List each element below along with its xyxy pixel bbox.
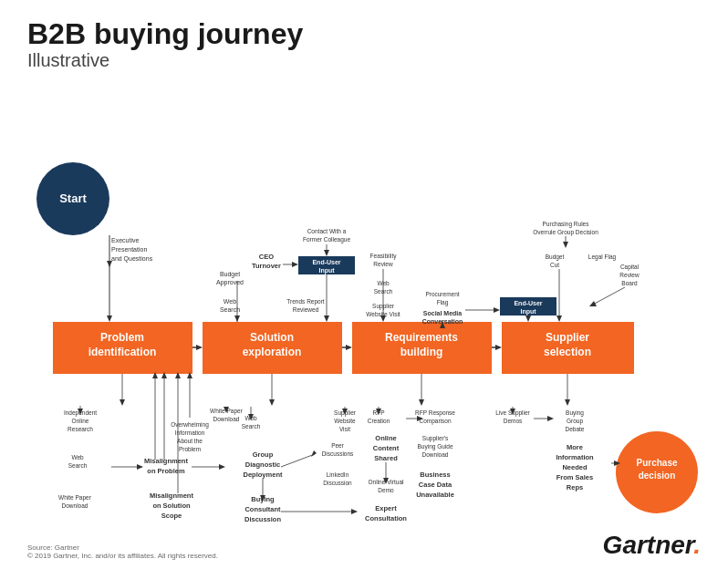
svg-text:Start: Start bbox=[59, 191, 87, 205]
svg-text:Cut: Cut bbox=[550, 262, 559, 268]
svg-text:Former Colleague: Former Colleague bbox=[303, 236, 350, 243]
svg-text:Expert: Expert bbox=[375, 504, 397, 512]
svg-text:building: building bbox=[400, 346, 443, 358]
svg-text:Supplier: Supplier bbox=[372, 303, 395, 310]
svg-text:Consultant: Consultant bbox=[244, 505, 281, 513]
svg-text:Search: Search bbox=[220, 306, 240, 313]
svg-text:Web: Web bbox=[224, 298, 236, 305]
svg-text:Purchasing Rules: Purchasing Rules bbox=[543, 221, 590, 228]
svg-marker-119 bbox=[219, 464, 225, 470]
svg-text:Demos: Demos bbox=[504, 418, 523, 424]
svg-text:Legal Flag: Legal Flag bbox=[588, 253, 617, 261]
svg-text:and Questions: and Questions bbox=[111, 255, 153, 263]
svg-text:Creation: Creation bbox=[368, 418, 390, 424]
svg-text:Review: Review bbox=[619, 272, 640, 278]
svg-text:Overrule Group Decision: Overrule Group Decision bbox=[533, 229, 598, 236]
svg-text:exploration: exploration bbox=[243, 346, 302, 358]
svg-marker-89 bbox=[269, 399, 275, 406]
svg-text:Buying Guide: Buying Guide bbox=[417, 443, 452, 450]
svg-text:Shared: Shared bbox=[374, 454, 398, 462]
svg-marker-31 bbox=[234, 316, 240, 322]
svg-marker-93 bbox=[565, 399, 570, 406]
svg-text:Group: Group bbox=[567, 418, 583, 425]
svg-text:identification: identification bbox=[88, 346, 157, 358]
svg-text:Search: Search bbox=[374, 288, 393, 295]
svg-text:Needed: Needed bbox=[562, 463, 588, 471]
svg-text:End-User: End-User bbox=[312, 259, 340, 265]
svg-marker-85 bbox=[589, 301, 597, 306]
svg-text:Input: Input bbox=[318, 267, 335, 274]
svg-text:Comparison: Comparison bbox=[419, 418, 451, 425]
svg-text:Information: Information bbox=[175, 429, 205, 436]
svg-marker-29 bbox=[495, 345, 502, 350]
svg-marker-50 bbox=[324, 316, 329, 322]
svg-text:Trends Report: Trends Report bbox=[286, 298, 324, 305]
svg-text:Unavailable: Unavailable bbox=[416, 491, 454, 499]
svg-text:Problem: Problem bbox=[179, 446, 201, 452]
svg-text:Diagnostic: Diagnostic bbox=[245, 460, 280, 469]
svg-text:Review: Review bbox=[373, 261, 393, 267]
svg-text:Supplier's: Supplier's bbox=[422, 435, 449, 442]
svg-text:Website: Website bbox=[334, 418, 356, 424]
svg-text:Research: Research bbox=[68, 426, 93, 432]
svg-text:Peer: Peer bbox=[331, 442, 345, 449]
header-subtitle: Illustrative bbox=[27, 50, 701, 71]
svg-text:End-User: End-User bbox=[514, 300, 542, 306]
svg-marker-91 bbox=[419, 399, 424, 406]
svg-marker-25 bbox=[196, 345, 203, 350]
svg-marker-27 bbox=[346, 345, 352, 350]
svg-text:Budget: Budget bbox=[220, 271, 240, 278]
svg-text:Download: Download bbox=[213, 416, 240, 422]
svg-text:Download: Download bbox=[422, 451, 449, 458]
svg-text:Feasibility: Feasibility bbox=[370, 253, 398, 260]
svg-text:decision: decision bbox=[639, 471, 676, 481]
svg-text:Procurement: Procurement bbox=[425, 291, 459, 297]
gartner-logo: Gartner. bbox=[603, 531, 701, 560]
svg-text:Social Media: Social Media bbox=[423, 310, 463, 316]
header-title: B2B buying journey bbox=[27, 18, 701, 50]
svg-text:on Problem: on Problem bbox=[147, 467, 185, 475]
svg-marker-71 bbox=[494, 307, 500, 313]
svg-text:LinkedIn: LinkedIn bbox=[327, 471, 349, 478]
page: B2B buying journey Illustrative Start Pr… bbox=[0, 0, 728, 569]
svg-text:Scope: Scope bbox=[161, 512, 182, 520]
svg-text:Supplier: Supplier bbox=[546, 331, 589, 344]
svg-marker-39 bbox=[292, 262, 298, 267]
svg-text:Requirements: Requirements bbox=[385, 331, 458, 344]
svg-text:Web: Web bbox=[377, 280, 390, 286]
svg-text:Consultation: Consultation bbox=[365, 514, 407, 522]
svg-text:Reps: Reps bbox=[567, 483, 583, 491]
svg-marker-87 bbox=[120, 399, 125, 406]
svg-text:Business: Business bbox=[420, 471, 450, 479]
svg-text:Board: Board bbox=[621, 280, 638, 286]
svg-text:Overwhelming: Overwhelming bbox=[171, 421, 209, 429]
svg-text:Online: Online bbox=[72, 418, 89, 424]
svg-text:Problem: Problem bbox=[100, 331, 144, 344]
svg-text:Input: Input bbox=[520, 308, 536, 316]
svg-text:Reviewed: Reviewed bbox=[293, 306, 319, 313]
svg-text:Executive: Executive bbox=[111, 237, 139, 243]
svg-text:Misalignment: Misalignment bbox=[150, 491, 193, 500]
svg-line-136 bbox=[281, 454, 315, 467]
svg-marker-139 bbox=[351, 509, 358, 514]
svg-text:Turnover: Turnover bbox=[252, 262, 281, 270]
svg-line-84 bbox=[591, 287, 625, 305]
svg-text:Discussion: Discussion bbox=[244, 515, 281, 523]
footer-source: Source: Gartner bbox=[27, 543, 218, 552]
svg-text:selection: selection bbox=[544, 346, 591, 358]
svg-text:White Paper: White Paper bbox=[58, 494, 92, 502]
svg-text:RFP Response: RFP Response bbox=[415, 409, 455, 417]
footer: Source: Gartner © 2019 Gartner, Inc. and… bbox=[27, 543, 218, 560]
svg-marker-106 bbox=[137, 464, 143, 470]
svg-marker-79 bbox=[556, 316, 562, 322]
svg-marker-75 bbox=[563, 242, 568, 248]
svg-text:Case Data: Case Data bbox=[419, 481, 452, 489]
svg-text:Demo: Demo bbox=[378, 487, 394, 493]
svg-text:Content: Content bbox=[373, 444, 400, 452]
svg-text:on Solution: on Solution bbox=[152, 502, 191, 510]
svg-text:Discussions: Discussions bbox=[322, 450, 354, 457]
svg-text:Flag: Flag bbox=[437, 299, 449, 306]
svg-text:Discussion: Discussion bbox=[323, 480, 352, 486]
svg-text:Download: Download bbox=[62, 502, 88, 509]
diagram-area: Start Problem identification Solution ex… bbox=[27, 80, 701, 527]
